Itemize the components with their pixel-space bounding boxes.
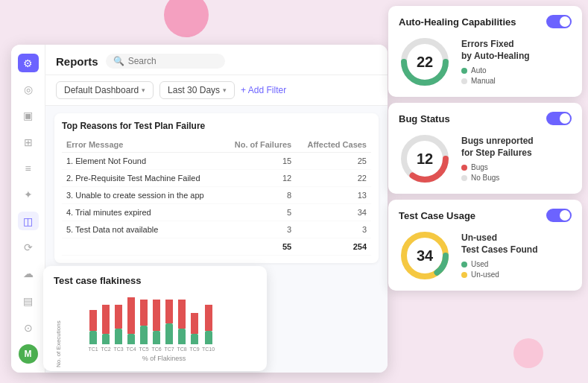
bug-status-header: Bug Status xyxy=(399,112,572,125)
sidebar-icon-refresh[interactable]: ⟳ xyxy=(18,238,39,256)
sidebar-icon-apps[interactable]: ⊞ xyxy=(18,133,39,151)
auto-healing-card: Auto-Healing Capabilities 22 Errors Fixe… xyxy=(388,6,582,97)
bar-label: TC1 xyxy=(88,346,98,352)
bar-group: TC2 xyxy=(101,303,111,352)
legend-no-bugs: No Bugs xyxy=(461,174,572,182)
cases-cell: 25 xyxy=(296,153,371,170)
sidebar-icon-star[interactable]: ✦ xyxy=(18,186,39,204)
legend-no-bugs-label: No Bugs xyxy=(471,174,499,182)
right-panel: Auto-Healing Capabilities 22 Errors Fixe… xyxy=(388,6,582,291)
test-case-usage-number: 34 xyxy=(417,247,433,265)
test-case-usage-card: Test Case Usage 34 Un-usedTest Cases Fou… xyxy=(388,200,582,291)
auto-healing-header: Auto-Healing Capabilities xyxy=(399,15,572,28)
used-dot xyxy=(461,262,467,268)
bar-stack xyxy=(139,298,149,344)
bar-group: TC5 xyxy=(139,298,149,352)
bar-chart: TC1TC2TC3TC4TC5TC6TC7TC8TC9TC10 xyxy=(70,292,256,352)
bar-label: TC6 xyxy=(151,346,161,352)
search-bar[interactable]: 🔍 xyxy=(106,54,225,69)
test-case-usage-donut: 34 xyxy=(399,230,451,282)
test-case-usage-title: Test Case Usage xyxy=(399,210,475,221)
test-case-usage-label: Un-usedTest Cases Found xyxy=(461,232,572,256)
filter-bar: Default Dashboard ▾ Last 30 Days ▾ + Add… xyxy=(45,75,388,106)
dashboard-filter[interactable]: Default Dashboard ▾ xyxy=(56,81,154,99)
col-failures: No. of Failures xyxy=(224,137,296,153)
cases-cell: 13 xyxy=(296,187,371,204)
legend-auto: Auto xyxy=(461,66,572,75)
bar-green xyxy=(115,329,122,344)
bar-group: TC8 xyxy=(177,298,187,352)
error-cell: 1. Element Not Found xyxy=(62,153,224,170)
auto-healing-donut: 22 xyxy=(399,36,451,88)
cases-cell: 3 xyxy=(296,221,371,238)
legend-unused: Un-used xyxy=(461,270,572,279)
total-cases: 254 xyxy=(296,238,371,256)
bug-status-label: Bugs unreportedfor Step Failures xyxy=(461,136,572,159)
sidebar: ⚙ ◎ ▣ ⊞ ≡ ✦ ◫ ⟳ ☁ ▤ ⊙ M xyxy=(11,45,45,373)
add-filter-button[interactable]: + Add Filter xyxy=(241,85,286,95)
sidebar-icon-grid[interactable]: ▣ xyxy=(18,107,39,125)
no-bugs-dot xyxy=(461,175,467,181)
table-title: Top Reasons for Test Plan Failure xyxy=(62,121,371,131)
bar-red xyxy=(205,305,212,331)
bar-red xyxy=(102,305,110,334)
bar-stack xyxy=(113,303,124,344)
total-failures: 55 xyxy=(224,238,296,256)
bar-red xyxy=(127,297,135,334)
bar-group: TC4 xyxy=(126,296,136,352)
bar-red xyxy=(191,313,198,334)
legend-bugs-label: Bugs xyxy=(471,163,488,171)
avatar[interactable]: M xyxy=(19,344,38,364)
bar-stack xyxy=(101,303,111,344)
bar-green xyxy=(191,334,198,344)
sidebar-icon-cloud[interactable]: ☁ xyxy=(18,265,39,283)
unused-dot xyxy=(461,272,467,278)
chevron-down-icon-2: ▾ xyxy=(223,86,227,94)
date-range-filter[interactable]: Last 30 Days ▾ xyxy=(159,81,235,99)
bar-green xyxy=(178,329,186,344)
sidebar-icon-clock[interactable]: ⊙ xyxy=(18,317,39,338)
bug-status-toggle[interactable] xyxy=(546,112,572,125)
auto-healing-toggle[interactable] xyxy=(546,15,572,28)
flakiness-card: Test case flakiness No. of Executions TC… xyxy=(43,266,267,371)
flakiness-title: Test case flakiness xyxy=(54,275,256,286)
cases-cell: 22 xyxy=(296,170,371,187)
bar-green xyxy=(127,334,135,344)
bug-status-card: Bug Status 12 Bugs unreportedfor Step Fa… xyxy=(388,103,582,194)
auto-dot xyxy=(461,68,467,74)
chevron-down-icon: ▾ xyxy=(142,86,145,94)
test-case-usage-info: Un-usedTest Cases Found Used Un-used xyxy=(461,232,572,279)
legend-manual-label: Manual xyxy=(471,77,496,85)
sidebar-icon-report[interactable]: ◫ xyxy=(18,212,39,230)
bar-label: TC9 xyxy=(189,346,199,352)
bar-group: TC6 xyxy=(151,298,162,352)
error-cell: 4. Trial minutes expired xyxy=(62,204,224,221)
bar-red xyxy=(115,305,122,329)
bar-green xyxy=(102,334,110,344)
bar-stack xyxy=(126,296,136,344)
manual-dot xyxy=(461,78,467,84)
header: Reports 🔍 xyxy=(45,45,388,75)
bug-status-number: 12 xyxy=(417,151,433,168)
legend-used: Used xyxy=(461,260,572,268)
failures-cell: 8 xyxy=(224,187,296,204)
legend-auto-label: Auto xyxy=(471,66,487,75)
failures-cell: 15 xyxy=(224,153,296,170)
bugs-dot xyxy=(461,165,467,171)
sidebar-icon-table[interactable]: ▤ xyxy=(18,291,39,311)
error-cell: 2. Pre-Requisite Test Machine Failed xyxy=(62,170,224,187)
sidebar-icon-list[interactable]: ≡ xyxy=(18,159,39,177)
bar-green xyxy=(205,331,212,344)
search-input[interactable] xyxy=(128,56,218,66)
auto-healing-legend: Auto Manual xyxy=(461,66,572,85)
y-axis-label: No. of Executions xyxy=(55,314,62,374)
bug-status-donut: 12 xyxy=(399,133,451,185)
table-row: 5. Test Data not available 3 3 xyxy=(62,221,371,238)
test-case-usage-legend: Used Un-used xyxy=(461,260,572,279)
sidebar-icon-target[interactable]: ◎ xyxy=(18,80,39,98)
auto-healing-info: Errors Fixedby Auto-Healing Auto Manual xyxy=(461,39,572,85)
test-case-usage-toggle[interactable] xyxy=(546,209,572,222)
sidebar-icon-gear[interactable]: ⚙ xyxy=(18,54,39,72)
failure-table-card: Top Reasons for Test Plan Failure Error … xyxy=(54,113,379,263)
bar-stack xyxy=(151,298,162,344)
